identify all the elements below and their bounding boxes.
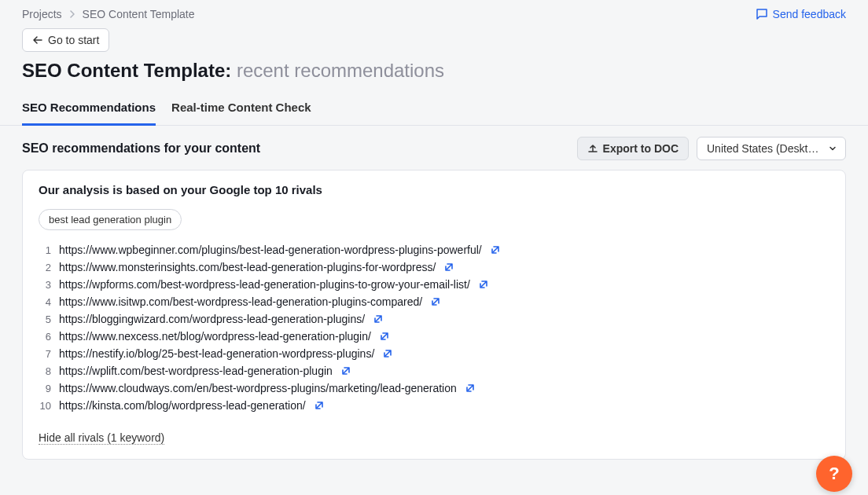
rival-url[interactable]: https://www.wpbeginner.com/plugins/best-…: [59, 244, 482, 256]
rivals-list: 1https://www.wpbeginner.com/plugins/best…: [39, 241, 829, 414]
list-item: 7https://nestify.io/blog/25-best-lead-ge…: [39, 345, 829, 362]
upload-icon: [587, 143, 598, 154]
external-link-icon[interactable]: [478, 279, 489, 290]
list-item: 6https://www.nexcess.net/blog/wordpress-…: [39, 328, 829, 345]
tab-realtime-content-check[interactable]: Real-time Content Check: [171, 93, 311, 126]
keyword-pill[interactable]: best lead generation plugin: [39, 209, 182, 230]
rival-url[interactable]: https://wplift.com/best-wordpress-lead-g…: [59, 365, 333, 377]
page-title-sub: recent recommendations: [237, 60, 444, 81]
rival-url[interactable]: https://www.cloudways.com/en/best-wordpr…: [59, 382, 457, 394]
rival-number: 1: [39, 244, 51, 256]
external-link-icon[interactable]: [340, 365, 351, 376]
rival-number: 9: [39, 383, 51, 394]
rival-url[interactable]: https://www.nexcess.net/blog/wordpress-l…: [59, 330, 371, 343]
go-to-start-label: Go to start: [48, 34, 99, 46]
arrow-left-icon: [32, 35, 43, 46]
list-item: 9https://www.cloudways.com/en/best-wordp…: [39, 380, 829, 397]
export-label: Export to DOC: [603, 142, 679, 155]
rival-number: 2: [39, 262, 51, 273]
rival-number: 5: [39, 314, 51, 325]
rival-number: 7: [39, 348, 51, 360]
breadcrumb-projects[interactable]: Projects: [22, 8, 62, 20]
chevron-down-icon: [828, 144, 837, 153]
rival-number: 6: [39, 331, 51, 343]
external-link-icon[interactable]: [373, 314, 384, 324]
go-to-start-button[interactable]: Go to start: [22, 28, 109, 52]
list-item: 2https://www.monsterinsights.com/best-le…: [39, 258, 829, 276]
external-link-icon[interactable]: [379, 331, 390, 342]
external-link-icon[interactable]: [490, 244, 501, 255]
region-select[interactable]: United States (Deskt…: [697, 137, 846, 160]
rival-number: 10: [39, 400, 51, 412]
rivals-card-title: Our analysis is based on your Google top…: [39, 183, 829, 196]
tab-bar: SEO Recommendations Real-time Content Ch…: [0, 93, 868, 126]
list-item: 5https://bloggingwizard.com/wordpress-le…: [39, 310, 829, 328]
rival-url[interactable]: https://www.isitwp.com/best-wordpress-le…: [59, 295, 422, 308]
list-item: 10https://kinsta.com/blog/wordpress-lead…: [39, 397, 829, 414]
tab-seo-recommendations[interactable]: SEO Recommendations: [22, 93, 156, 126]
rival-url[interactable]: https://nestify.io/blog/25-best-lead-gen…: [59, 347, 374, 360]
region-label: United States (Deskt…: [707, 142, 818, 155]
breadcrumb: Projects SEO Content Template: [22, 8, 195, 20]
chevron-right-icon: [68, 10, 76, 18]
rival-number: 8: [39, 365, 51, 377]
rivals-card: Our analysis is based on your Google top…: [22, 170, 846, 460]
page-title-prefix: SEO Content Template:: [22, 60, 231, 81]
rival-url[interactable]: https://www.monsterinsights.com/best-lea…: [59, 261, 436, 273]
rival-number: 3: [39, 279, 51, 291]
list-item: 3https://wpforms.com/best-wordpress-lead…: [39, 276, 829, 293]
rival-url[interactable]: https://wpforms.com/best-wordpress-lead-…: [59, 278, 470, 291]
rival-number: 4: [39, 296, 51, 308]
list-item: 1https://www.wpbeginner.com/plugins/best…: [39, 241, 829, 258]
rival-url[interactable]: https://kinsta.com/blog/wordpress-lead-g…: [59, 399, 306, 412]
list-item: 4https://www.isitwp.com/best-wordpress-l…: [39, 293, 829, 310]
export-to-doc-button[interactable]: Export to DOC: [577, 137, 689, 160]
external-link-icon[interactable]: [314, 400, 325, 411]
rival-url[interactable]: https://bloggingwizard.com/wordpress-lea…: [59, 313, 365, 325]
chat-icon: [756, 8, 768, 20]
hide-all-rivals-link[interactable]: Hide all rivals (1 keyword): [39, 431, 164, 445]
external-link-icon[interactable]: [382, 348, 393, 359]
send-feedback-label: Send feedback: [773, 8, 846, 20]
breadcrumb-current[interactable]: SEO Content Template: [83, 8, 195, 20]
external-link-icon[interactable]: [443, 262, 454, 273]
send-feedback-link[interactable]: Send feedback: [756, 8, 846, 20]
page-title: SEO Content Template: recent recommendat…: [0, 60, 868, 93]
help-fab-button[interactable]: ?: [816, 456, 852, 492]
external-link-icon[interactable]: [430, 296, 441, 307]
section-title: SEO recommendations for your content: [22, 141, 260, 156]
external-link-icon[interactable]: [465, 383, 476, 394]
list-item: 8https://wplift.com/best-wordpress-lead-…: [39, 362, 829, 380]
